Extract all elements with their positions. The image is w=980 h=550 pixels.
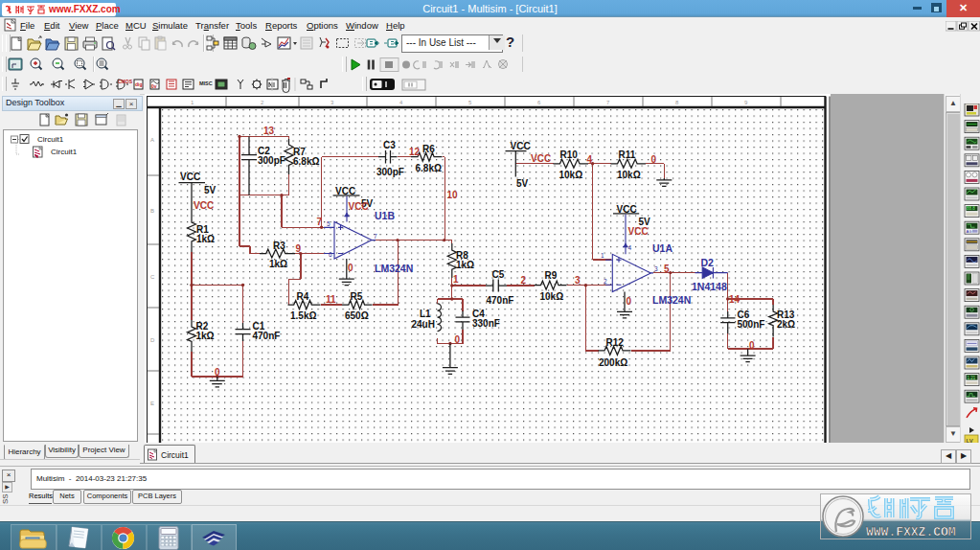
svg-text:VCC: VCC <box>335 186 355 196</box>
svg-text:10kΩ: 10kΩ <box>559 170 583 180</box>
svg-text:VCC: VCC <box>180 172 200 182</box>
svg-text:200kΩ: 200kΩ <box>599 357 627 368</box>
svg-text:B: B <box>150 208 154 214</box>
svg-text:R9: R9 <box>545 270 558 281</box>
svg-text:5V: 5V <box>639 217 651 227</box>
svg-text:4: 4 <box>628 244 632 251</box>
svg-text:6.8kΩ: 6.8kΩ <box>293 156 319 167</box>
svg-text:13: 13 <box>263 126 275 136</box>
svg-text:7: 7 <box>374 233 377 240</box>
svg-text:R10: R10 <box>560 149 579 160</box>
svg-text:1N4148: 1N4148 <box>692 281 727 292</box>
svg-text:0v: 0v <box>151 83 157 89</box>
svg-text:0: 0 <box>651 154 657 165</box>
svg-text:6: 6 <box>329 251 332 258</box>
svg-text:VCC: VCC <box>628 226 649 237</box>
svg-text:LM324N: LM324N <box>652 294 691 306</box>
svg-text:1kΩ: 1kΩ <box>456 260 474 270</box>
svg-text:6.8kΩ: 6.8kΩ <box>416 163 442 173</box>
svg-text:D: D <box>150 337 155 343</box>
svg-text:3: 3 <box>575 275 581 286</box>
svg-text:U1A: U1A <box>652 242 672 254</box>
svg-text:330nF: 330nF <box>472 318 500 329</box>
svg-text:5V: 5V <box>204 185 217 195</box>
svg-text:470nF: 470nF <box>253 331 281 341</box>
svg-text:R11: R11 <box>619 149 636 160</box>
svg-text:D2: D2 <box>701 257 715 268</box>
svg-text:VCC: VCC <box>531 153 551 164</box>
svg-text:9: 9 <box>296 243 302 254</box>
svg-text:R3: R3 <box>273 241 285 251</box>
svg-text:1kΩ: 1kΩ <box>269 259 287 269</box>
svg-text:7: 7 <box>317 217 323 227</box>
svg-text:10: 10 <box>447 190 459 200</box>
svg-text:0: 0 <box>348 263 353 273</box>
svg-text:VCC: VCC <box>617 204 637 215</box>
svg-text:R4: R4 <box>297 291 309 302</box>
svg-text:dig: dig <box>135 81 143 87</box>
svg-text:88.8: 88.8 <box>967 206 975 211</box>
svg-text:0: 0 <box>749 340 755 351</box>
svg-text:11: 11 <box>326 294 336 305</box>
svg-text:0: 0 <box>215 367 220 378</box>
svg-text:CMOS: CMOS <box>118 79 133 84</box>
svg-text:U1B: U1B <box>375 210 395 221</box>
svg-text:10kΩ: 10kΩ <box>617 170 641 180</box>
svg-text:L1: L1 <box>420 309 431 319</box>
svg-text:1: 1 <box>601 252 604 259</box>
svg-text:VCC: VCC <box>194 200 214 211</box>
svg-text:12: 12 <box>409 147 421 157</box>
svg-text:2: 2 <box>604 278 607 285</box>
svg-text:LM324N: LM324N <box>375 263 413 274</box>
svg-text:1kΩ: 1kΩ <box>196 331 215 341</box>
svg-text:WWW.FXXZ.COM: WWW.FXXZ.COM <box>866 525 956 539</box>
svg-text:470nF: 470nF <box>487 295 514 306</box>
svg-text:VCC: VCC <box>511 141 531 151</box>
svg-text:C5: C5 <box>492 269 505 280</box>
svg-text:4: 4 <box>587 154 593 165</box>
svg-text:VCC: VCC <box>349 201 369 212</box>
svg-text:0: 0 <box>455 334 461 345</box>
svg-text:C3: C3 <box>383 140 396 150</box>
svg-text:E: E <box>150 401 154 406</box>
svg-text:5V: 5V <box>516 178 529 189</box>
svg-text:5: 5 <box>664 264 670 274</box>
svg-text:650Ω: 650Ω <box>345 310 369 321</box>
svg-text:2kΩ: 2kΩ <box>777 319 795 330</box>
svg-text:0: 0 <box>627 296 632 307</box>
svg-text:10kΩ: 10kΩ <box>540 291 564 302</box>
svg-text:1.21: 1.21 <box>968 376 976 380</box>
svg-text:C4: C4 <box>472 309 485 319</box>
svg-text:2: 2 <box>521 275 527 286</box>
svg-text:5: 5 <box>327 220 330 227</box>
svg-text:R12: R12 <box>606 337 625 348</box>
svg-text:3: 3 <box>654 265 658 272</box>
svg-text:1kΩ: 1kΩ <box>196 234 215 244</box>
svg-text:300pF: 300pF <box>376 167 404 177</box>
svg-text:A: A <box>150 137 154 143</box>
svg-text:C: C <box>150 274 155 280</box>
svg-text:R6: R6 <box>422 144 435 154</box>
svg-text:24uH: 24uH <box>412 319 435 330</box>
svg-text:500nF: 500nF <box>738 319 765 330</box>
svg-text:1.5kΩ: 1.5kΩ <box>290 310 316 321</box>
svg-text:300pF: 300pF <box>258 155 285 166</box>
svg-text:AG: AG <box>967 229 972 234</box>
svg-text:R5: R5 <box>351 291 363 302</box>
svg-text:1: 1 <box>453 274 459 285</box>
svg-text:14: 14 <box>729 294 741 305</box>
svg-text:MISC: MISC <box>199 80 213 86</box>
